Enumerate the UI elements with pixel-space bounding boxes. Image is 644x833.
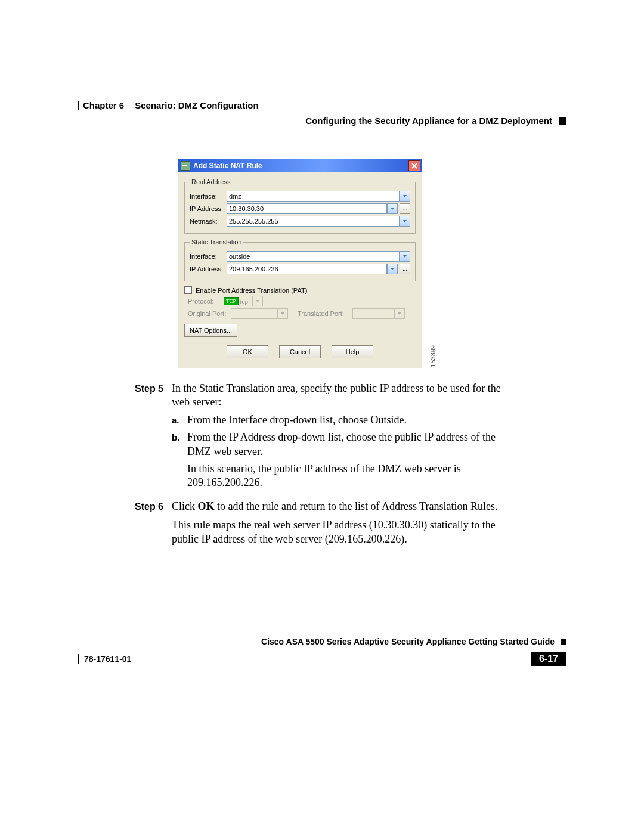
footer-square xyxy=(561,639,566,645)
header-tick xyxy=(78,101,79,110)
footer-docnum: 78-17611-01 xyxy=(84,654,131,664)
real-interface-label: Interface: xyxy=(190,193,227,200)
original-port-input xyxy=(231,308,277,319)
step5-label: Step 5 xyxy=(135,382,172,494)
step5b-note: In this scenario, the public IP address … xyxy=(187,462,504,490)
dialog-title: Add Static NAT Rule xyxy=(193,162,262,170)
page-number: 6-17 xyxy=(531,652,566,666)
step5-intro: In the Static Translation area, specify … xyxy=(172,382,504,410)
step5a-text: From the Interface drop-down list, choos… xyxy=(187,413,504,427)
real-ip-dropdown[interactable] xyxy=(387,203,398,214)
real-interface-dropdown[interactable] xyxy=(400,191,410,202)
page-footer: Cisco ASA 5500 Series Adaptive Security … xyxy=(78,637,566,666)
step6-label: Step 6 xyxy=(135,500,172,546)
static-ip-browse-button[interactable]: ... xyxy=(400,264,410,274)
page: Chapter 6 Scenario: DMZ Configuration Co… xyxy=(0,0,644,833)
protocol-label: Protocol: xyxy=(188,298,224,305)
real-netmask-input[interactable]: 255.255.255.255 xyxy=(227,216,400,227)
protocol-field: TCP tcp xyxy=(224,296,263,306)
real-interface-input[interactable]: dmz xyxy=(227,191,400,202)
close-button[interactable] xyxy=(408,160,420,171)
help-button[interactable]: Help xyxy=(332,345,373,358)
static-interface-dropdown[interactable] xyxy=(400,251,410,262)
real-ip-label: IP Address: xyxy=(190,205,227,212)
protocol-dropdown xyxy=(252,296,263,306)
static-ip-input[interactable]: 209.165.200.226 xyxy=(227,264,387,274)
close-icon xyxy=(411,163,417,169)
chevron-down-icon xyxy=(390,267,395,271)
translated-port-input xyxy=(352,308,394,319)
real-netmask-label: Netmask: xyxy=(190,218,227,225)
step5a-letter: a. xyxy=(172,413,187,427)
real-address-legend: Real Address xyxy=(190,178,232,185)
dialog-wrapper: Add Static NAT Rule Real Address Interfa… xyxy=(178,159,428,368)
footer-rule xyxy=(78,649,566,649)
ok-button[interactable]: OK xyxy=(227,345,268,358)
dialog-button-row: OK Cancel Help xyxy=(184,345,416,362)
header-rule xyxy=(78,112,566,112)
static-interface-label: Interface: xyxy=(190,253,227,260)
real-ip-input[interactable]: 10.30.30.30 xyxy=(227,203,387,214)
step-text-block: Step 5 In the Static Translation area, s… xyxy=(135,382,504,552)
section-title: Configuring the Security Appliance for a… xyxy=(305,116,552,126)
app-icon xyxy=(181,161,190,171)
header-square xyxy=(559,117,566,125)
real-ip-browse-button[interactable]: ... xyxy=(400,203,410,214)
step5b-letter: b. xyxy=(172,431,187,459)
cancel-button[interactable]: Cancel xyxy=(279,345,321,358)
original-port-label: Original Port: xyxy=(188,310,231,317)
translated-port-label: Translated Port: xyxy=(298,310,352,317)
chevron-down-icon xyxy=(280,311,285,316)
nat-options-button[interactable]: NAT Options... xyxy=(184,324,237,337)
step6-para: This rule maps the real web server IP ad… xyxy=(172,518,504,546)
pat-label: Enable Port Address Translation (PAT) xyxy=(196,287,307,294)
translated-port-dropdown xyxy=(394,308,405,319)
step6-rest: to add the rule and return to the list o… xyxy=(215,500,498,512)
footer-guide-title: Cisco ASA 5500 Series Adaptive Security … xyxy=(78,637,555,646)
static-ip-dropdown[interactable] xyxy=(387,264,398,274)
chevron-down-icon xyxy=(402,219,407,224)
chapter-title: Scenario: DMZ Configuration xyxy=(135,100,259,110)
step6-click: Click xyxy=(172,500,198,512)
original-port-dropdown xyxy=(277,308,288,319)
chevron-down-icon xyxy=(402,254,407,259)
step6-ok-bold: OK xyxy=(198,500,215,512)
real-address-group: Real Address Interface: dmz IP Address: … xyxy=(184,178,416,234)
real-netmask-dropdown[interactable] xyxy=(400,216,410,227)
static-translation-group: Static Translation Interface: outside IP… xyxy=(184,239,416,281)
pat-checkbox[interactable] xyxy=(184,286,192,294)
footer-tick xyxy=(78,654,79,664)
chevron-down-icon xyxy=(402,194,407,199)
static-ip-label: IP Address: xyxy=(190,265,227,272)
step5b-text: From the IP Address drop-down list, choo… xyxy=(187,431,504,459)
tcp-badge-icon: TCP xyxy=(224,297,239,305)
step6-line1: Click OK to add the rule and return to t… xyxy=(172,500,504,513)
protocol-value: tcp xyxy=(240,298,248,305)
pat-section: Enable Port Address Translation (PAT) Pr… xyxy=(184,286,416,319)
chevron-down-icon xyxy=(255,299,260,304)
chevron-down-icon xyxy=(390,206,395,211)
chevron-down-icon xyxy=(397,311,402,316)
figure-id: 153899 xyxy=(429,345,436,367)
add-static-nat-rule-dialog: Add Static NAT Rule Real Address Interfa… xyxy=(178,159,422,368)
static-translation-legend: Static Translation xyxy=(190,239,243,246)
page-header: Chapter 6 Scenario: DMZ Configuration Co… xyxy=(78,100,566,126)
dialog-titlebar: Add Static NAT Rule xyxy=(178,159,422,172)
chapter-label: Chapter 6 xyxy=(83,100,124,110)
static-interface-input[interactable]: outside xyxy=(227,251,400,262)
